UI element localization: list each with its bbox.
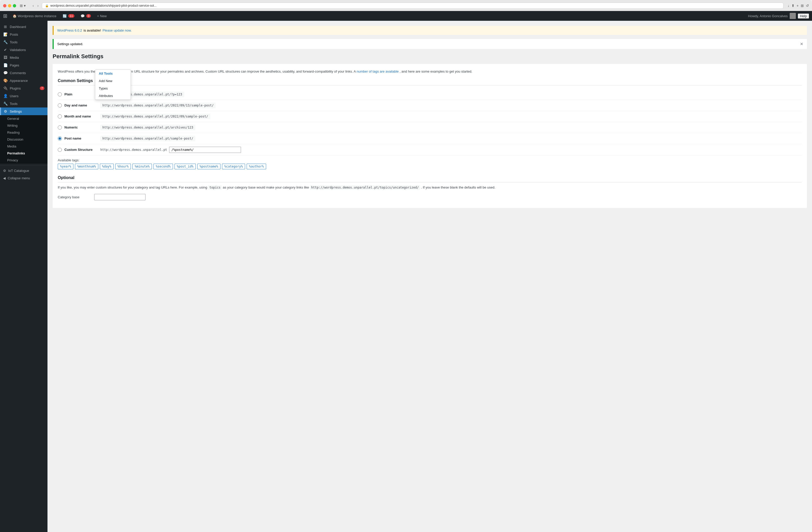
dropdown-types[interactable]: Types	[95, 85, 131, 92]
lock-icon: 🔒	[45, 4, 49, 8]
dropdown-add-new[interactable]: Add New	[95, 77, 131, 85]
tabs-icon[interactable]: ⊞	[801, 4, 804, 8]
permalink-postname-radio[interactable]	[58, 136, 62, 141]
address-bar[interactable]: 🔒 wordpress.demos.unparallel.pt/validati…	[42, 3, 784, 9]
sidebar-sub-general[interactable]: General	[0, 115, 47, 122]
settings-updated-text: Settings updated.	[57, 42, 83, 46]
share-icon[interactable]: ⬆	[792, 4, 795, 8]
tag-author[interactable]: %author%	[247, 164, 266, 169]
new-content-link[interactable]: New	[95, 13, 109, 19]
traffic-lights	[3, 4, 16, 8]
sidebar-sub-writing[interactable]: Writing	[0, 122, 47, 129]
custom-url-base: http://wordpress.demos.unparallel.pt	[100, 148, 167, 152]
permalink-day-radio[interactable]	[58, 103, 62, 107]
permalink-day-label[interactable]: Day and name	[64, 103, 98, 107]
permalink-numeric-url: http://wordpress.demos.unparallel.pt/arc…	[100, 125, 195, 130]
wp-sidebar: ⊞ Dashboard 📝 Posts 🔧 Tools ✔ Validation…	[0, 21, 47, 532]
sidebar-sub-permalinks[interactable]: Permalinks	[0, 150, 47, 157]
sidebar-item-validations[interactable]: ✔ Validations	[0, 46, 47, 54]
sidebar-item-iot[interactable]: ⚙ IoT Catalogue	[0, 167, 47, 174]
optional-description: If you like, you may enter custom struct…	[58, 185, 802, 190]
page-description: WordPress offers you the ability to crea…	[58, 69, 802, 74]
new-tab-icon[interactable]: +	[797, 4, 799, 8]
permalink-numeric-radio[interactable]	[58, 125, 62, 130]
permalink-plain-radio[interactable]	[58, 92, 62, 97]
help-button[interactable]: Help	[798, 14, 809, 18]
user-avatar[interactable]	[790, 13, 796, 19]
sidebar-item-media[interactable]: 🖼 Media	[0, 54, 47, 61]
content-box: WordPress offers you the ability to crea…	[53, 64, 807, 208]
dropdown-all-tools[interactable]: All Tools	[95, 70, 131, 77]
category-url-example: http://wordpress.demos.unparallel.pt/top…	[310, 185, 420, 190]
permalink-numeric-label[interactable]: Numeric	[64, 125, 98, 129]
settings-updated-notice: Settings updated. ✕	[53, 39, 807, 49]
update-now-link[interactable]: Please update now.	[103, 28, 132, 32]
common-settings-title: Common Settings	[58, 78, 802, 85]
dismiss-notice-button[interactable]: ✕	[800, 42, 803, 46]
sidebar-item-comments[interactable]: 💬 Comments	[0, 69, 47, 77]
sidebar-item-tools2[interactable]: 🔧 Tools	[0, 100, 47, 107]
sidebar-item-posts[interactable]: 📝 Posts	[0, 31, 47, 38]
topics-code: topics	[208, 185, 222, 190]
update-version-link[interactable]: WordPress 6.0.2	[57, 28, 82, 32]
permalink-option-month: Month and name http://wordpress.demos.un…	[58, 111, 802, 122]
minimize-button[interactable]	[8, 4, 11, 8]
tag-minute[interactable]: %minute%	[132, 164, 152, 169]
site-name-link[interactable]: 🏠 Wordpress demo instance	[11, 13, 59, 19]
permalink-option-numeric: Numeric http://wordpress.demos.unparalle…	[58, 122, 802, 133]
updates-link[interactable]: 🔄 11	[61, 13, 76, 19]
howdy-text: Howdy, Antonio Goncalves	[748, 14, 788, 18]
refresh-icon[interactable]: ↺	[806, 4, 809, 8]
page-title: Permalink Settings	[53, 53, 807, 60]
maximize-button[interactable]	[13, 4, 16, 8]
main-content: WordPress 6.0.2 is available! Please upd…	[47, 21, 812, 532]
tag-postname[interactable]: %postname%	[197, 164, 220, 169]
wp-logo-icon[interactable]: ⊞	[3, 13, 8, 19]
permalink-month-radio[interactable]	[58, 114, 62, 119]
sidebar-sub-privacy[interactable]: Privacy	[0, 157, 47, 164]
dropdown-attributes[interactable]: Attributes	[95, 92, 131, 100]
tag-hour[interactable]: %hour%	[115, 164, 131, 169]
tag-monthnum[interactable]: %monthnum%	[75, 164, 98, 169]
permalink-option-plain: Plain http://wordpress.demos.unparallel.…	[58, 89, 802, 100]
sidebar-item-users[interactable]: 👤 Users	[0, 92, 47, 100]
collapse-menu-button[interactable]: ◀ Collapse menu	[0, 174, 47, 182]
sidebar-item-pages[interactable]: 📄 Pages	[0, 61, 47, 69]
tag-second[interactable]: %second%	[154, 164, 173, 169]
plugins-icon: 🔌	[3, 86, 8, 90]
tag-post-id[interactable]: %post_id%	[175, 164, 196, 169]
sidebar-toggle-button[interactable]: ⊞ ▾	[18, 3, 27, 8]
sidebar-item-settings[interactable]: ⚙ Settings	[0, 107, 47, 115]
tag-year[interactable]: %year%	[58, 164, 73, 169]
comments-link[interactable]: 💬 0	[78, 13, 93, 19]
close-button[interactable]	[3, 4, 6, 8]
permalink-custom-label[interactable]: Custom Structure	[64, 148, 98, 152]
number-of-tags-link[interactable]: number of tags are available	[357, 70, 398, 73]
dashboard-icon: ⊞	[3, 25, 8, 29]
permalink-plain-label[interactable]: Plain	[64, 92, 98, 96]
category-base-label: Category base	[58, 195, 91, 199]
permalink-option-day: Day and name http://wordpress.demos.unpa…	[58, 100, 802, 111]
sidebar-item-appearance[interactable]: 🎨 Appearance	[0, 77, 47, 84]
url-text: wordpress.demos.unparallel.pt/validation…	[50, 4, 157, 8]
download-icon[interactable]: ↓	[788, 4, 789, 8]
tag-day[interactable]: %day%	[100, 164, 114, 169]
sidebar-item-tools[interactable]: 🔧 Tools	[0, 38, 47, 46]
category-base-input[interactable]	[94, 194, 146, 200]
sidebar-item-plugins[interactable]: 🔌 Plugins 7	[0, 84, 47, 92]
forward-button[interactable]: ›	[36, 3, 40, 8]
permalink-month-label[interactable]: Month and name	[64, 114, 98, 118]
back-button[interactable]: ‹	[31, 3, 35, 8]
sidebar-item-dashboard[interactable]: ⊞ Dashboard	[0, 23, 47, 31]
sidebar-sub-media[interactable]: Media	[0, 143, 47, 150]
sidebar-sub-reading[interactable]: Reading	[0, 129, 47, 136]
tag-category[interactable]: %category%	[222, 164, 245, 169]
permalink-postname-label[interactable]: Post name	[64, 136, 98, 140]
custom-structure-input[interactable]	[169, 147, 241, 153]
permalink-day-url: http://wordpress.demos.unparallel.pt/202…	[100, 103, 216, 108]
sidebar-item-label: Settings	[10, 109, 22, 113]
sidebar-sub-discussion[interactable]: Discussion	[0, 136, 47, 143]
permalink-custom-radio[interactable]	[58, 148, 62, 152]
sidebar-item-label: Users	[10, 94, 18, 98]
tags-list: %year% %monthnum% %day% %hour% %minute% …	[58, 164, 802, 169]
